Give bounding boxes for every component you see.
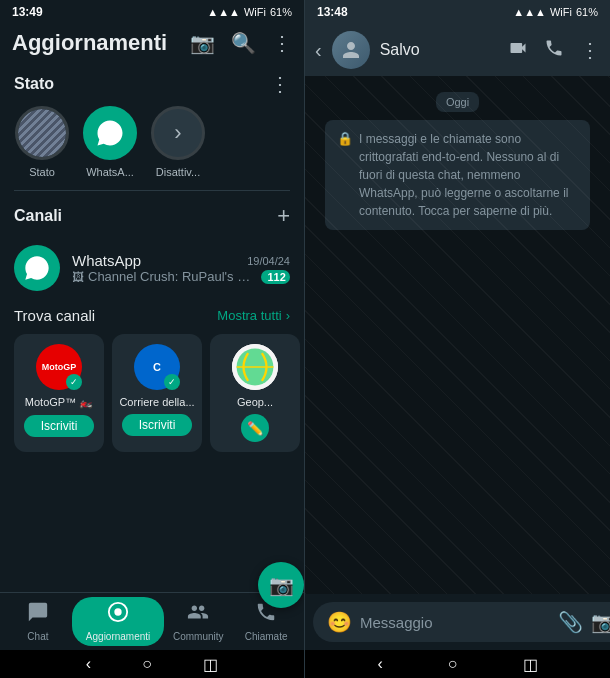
stato-avatar — [15, 106, 69, 160]
geo-logo-wrap — [232, 344, 278, 390]
mostra-tutti-link[interactable]: Mostra tutti › — [217, 308, 290, 323]
mostra-label: Mostra tutti — [217, 308, 281, 323]
attach-btn[interactable]: 📎 — [558, 610, 583, 634]
nav-label-community: Community — [173, 631, 224, 642]
motogp-subscribe-btn[interactable]: Iscriviti — [24, 415, 94, 437]
video-call-icon[interactable] — [508, 38, 528, 63]
android-nav-left: ‹ ○ ◫ — [0, 650, 304, 678]
geo-logo — [232, 344, 278, 390]
status-bar-left: 13:49 ▲▲▲ WiFi 61% — [0, 0, 304, 24]
channel-preview-icon: 🖼 — [72, 270, 84, 284]
message-input[interactable] — [360, 614, 550, 631]
back-btn-left[interactable]: ‹ — [86, 655, 91, 673]
home-btn-left[interactable]: ○ — [142, 655, 152, 673]
recents-btn-left[interactable]: ◫ — [203, 655, 218, 674]
signal-icon-right: ▲▲▲ — [513, 6, 546, 18]
content-scroll: Stato ⋮ Stato WhatsA... — [0, 64, 304, 592]
trova-canali-row: Trova canali Mostra tutti › — [0, 299, 304, 334]
channel-name-row: WhatsApp 19/04/24 — [72, 252, 290, 269]
canali-title: Canali — [14, 207, 62, 225]
camera-icon[interactable]: 📷 — [190, 31, 215, 55]
battery-icon-right: 61% — [576, 6, 598, 18]
chat-avatar[interactable] — [332, 31, 370, 69]
more-icon-chat[interactable]: ⋮ — [580, 38, 600, 63]
android-nav-right: ‹ ○ ◫ — [305, 650, 610, 678]
status-bar-right: 13:48 ▲▲▲ WiFi 61% — [305, 0, 610, 24]
recents-btn-right[interactable]: ◫ — [523, 655, 538, 674]
nav-active-bg: Aggiornamenti — [72, 597, 164, 646]
chat-input-bar: 😊 📎 📷 🎤 — [305, 594, 610, 650]
nav-label-chat: Chat — [27, 631, 48, 642]
nav-label-chiamate: Chiamate — [245, 631, 288, 642]
status-row: Stato WhatsA... › Disattiv... — [0, 102, 304, 190]
status-item-whatsapp[interactable]: WhatsA... — [82, 106, 138, 178]
emoji-btn[interactable]: 😊 — [327, 610, 352, 634]
page-title: Aggiornamenti — [12, 30, 167, 56]
channel-card-geo[interactable]: Geop... ✏️ — [210, 334, 300, 452]
channel-preview: 🖼 Channel Crush: RuPaul's Drag... 112 — [72, 269, 290, 284]
chat-body: Oggi 🔒 I messaggi e le chiamate sono cri… — [305, 76, 610, 594]
header-icons: 📷 🔍 ⋮ — [190, 31, 292, 55]
corriere-subscribe-btn[interactable]: Iscriviti — [122, 414, 192, 436]
status-item-disattiv[interactable]: › Disattiv... — [150, 106, 206, 178]
chat-nav-icon — [27, 601, 49, 629]
add-channel-icon[interactable]: + — [277, 203, 290, 229]
whatsapp-channel-item[interactable]: WhatsApp 19/04/24 🖼 Channel Crush: RuPau… — [0, 237, 304, 299]
svg-point-3 — [114, 608, 121, 615]
geo-name: Geop... — [237, 396, 273, 408]
corriere-name: Corriere della... — [119, 396, 194, 408]
disattiv-label: Disattiv... — [156, 166, 200, 178]
wifi-icon-right: WiFi — [550, 6, 572, 18]
channel-badge: 112 — [261, 270, 290, 284]
channel-cards: MotoGP ✓ MotoGP™ 🏍️ Iscriviti C ✓ Corrie… — [0, 334, 304, 464]
bottom-nav: Chat Aggiornamenti Community Chiamate — [0, 592, 304, 650]
time-left: 13:49 — [12, 5, 43, 19]
left-header: Aggiornamenti 📷 🔍 ⋮ — [0, 24, 304, 64]
phone-call-icon[interactable] — [544, 38, 564, 63]
camera-input-btn[interactable]: 📷 — [591, 610, 610, 634]
chat-pattern — [305, 76, 610, 594]
nav-item-chat[interactable]: Chat — [4, 595, 72, 648]
chevron-right-icon: › — [286, 308, 290, 323]
stato-avatar-wrap — [15, 106, 69, 160]
right-panel: 13:48 ▲▲▲ WiFi 61% ‹ Salvo ⋮ Oggi — [305, 0, 610, 678]
stato-label: Stato — [29, 166, 55, 178]
back-btn-right[interactable]: ‹ — [378, 655, 383, 673]
stato-section-header: Stato ⋮ — [0, 64, 304, 102]
canali-header: Canali + — [0, 191, 304, 237]
aggiornamenti-nav-icon — [107, 601, 129, 629]
motogp-logo-wrap: MotoGP ✓ — [36, 344, 82, 390]
nav-item-community[interactable]: Community — [164, 595, 232, 648]
chat-header: ‹ Salvo ⋮ — [305, 24, 610, 76]
nav-item-aggiornamenti[interactable]: Aggiornamenti — [72, 591, 164, 652]
channel-preview-text: Channel Crush: RuPaul's Drag... — [88, 269, 257, 284]
left-panel: 13:49 ▲▲▲ WiFi 61% Aggiornamenti 📷 🔍 ⋮ S… — [0, 0, 305, 678]
channel-name: WhatsApp — [72, 252, 141, 269]
chat-input-wrap: 😊 📎 📷 — [313, 602, 610, 642]
chat-header-icons: ⋮ — [508, 38, 600, 63]
whatsapp-status-avatar — [83, 106, 137, 160]
disattiv-avatar: › — [151, 106, 205, 160]
corriere-logo-wrap: C ✓ — [134, 344, 180, 390]
time-right: 13:48 — [317, 5, 348, 19]
whatsapp-avatar-wrap — [83, 106, 137, 160]
channel-card-motogp[interactable]: MotoGP ✓ MotoGP™ 🏍️ Iscriviti — [14, 334, 104, 452]
trova-label: Trova canali — [14, 307, 95, 324]
more-icon[interactable]: ⋮ — [272, 31, 292, 55]
search-icon[interactable]: 🔍 — [231, 31, 256, 55]
chat-name[interactable]: Salvo — [380, 41, 498, 59]
channel-date: 19/04/24 — [247, 255, 290, 267]
status-icons-left: ▲▲▲ WiFi 61% — [207, 6, 292, 18]
community-nav-icon — [187, 601, 209, 629]
geo-edit-btn[interactable]: ✏️ — [241, 414, 269, 442]
channel-info-whatsapp: WhatsApp 19/04/24 🖼 Channel Crush: RuPau… — [72, 252, 290, 284]
status-icons-right: ▲▲▲ WiFi 61% — [513, 6, 598, 18]
fab-camera[interactable]: 📷 — [258, 562, 304, 608]
channel-card-corriere[interactable]: C ✓ Corriere della... Iscriviti — [112, 334, 202, 452]
status-item-stato[interactable]: Stato — [14, 106, 70, 178]
stato-title: Stato — [14, 75, 54, 93]
motogp-verified-icon: ✓ — [66, 374, 82, 390]
stato-more-icon[interactable]: ⋮ — [270, 72, 290, 96]
chat-back-btn[interactable]: ‹ — [315, 39, 322, 62]
home-btn-right[interactable]: ○ — [448, 655, 458, 673]
